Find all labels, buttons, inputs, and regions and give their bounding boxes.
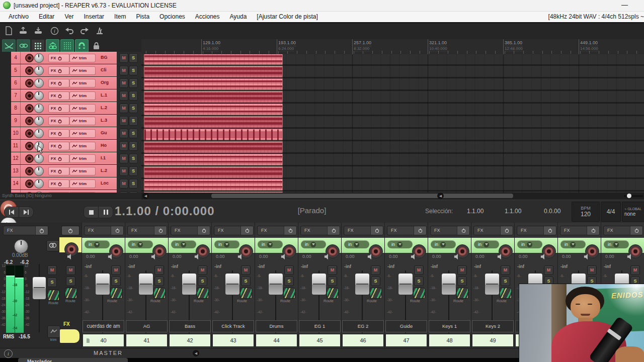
save-project-button[interactable] <box>32 25 45 37</box>
metronome-button[interactable] <box>93 25 106 37</box>
track-row[interactable]: 12FXtrimI.1 <box>11 152 117 165</box>
strip-fx-button[interactable]: FX <box>430 226 470 235</box>
track-fx-power-icon[interactable] <box>57 119 62 124</box>
strip-speaker-icon[interactable] <box>194 253 201 260</box>
master-track-row[interactable]: i MASTER ◀ <box>0 348 519 358</box>
strip-mute-button[interactable]: M <box>241 265 251 275</box>
bpm-box[interactable]: BPM 120 <box>572 202 600 222</box>
strip-fader-handle[interactable] <box>182 273 197 295</box>
timeline-ruler[interactable]: 129.1.004:16.000193.1.006:24.000257.1.00… <box>141 39 644 55</box>
track-volume-knob[interactable] <box>34 91 44 101</box>
track-solo-button[interactable]: S <box>129 166 138 176</box>
strip-pan-value[interactable]: 0.00 <box>129 254 138 259</box>
track-volume-knob[interactable] <box>34 104 44 113</box>
strip-speaker-icon[interactable] <box>107 253 115 260</box>
track-trim-button[interactable]: trim <box>69 154 96 163</box>
strip-fader-handle[interactable] <box>441 273 456 295</box>
track-solo-button[interactable]: S <box>129 66 138 75</box>
strip-pan-value[interactable]: 0.00 <box>216 254 225 259</box>
audio-item[interactable] <box>144 154 283 166</box>
strip-solo-button[interactable]: S <box>198 277 207 286</box>
scroll-center-button[interactable]: ◀ <box>437 193 444 199</box>
media-grouping-button[interactable] <box>31 39 45 52</box>
power-icon[interactable] <box>62 226 79 235</box>
strip-route-button[interactable] <box>153 288 166 299</box>
track-fx-button[interactable]: FX <box>48 167 69 175</box>
mixer-tab[interactable]: Mezclador <box>18 358 128 362</box>
track-mute-button[interactable]: M <box>119 104 128 113</box>
track-record-arm-button[interactable] <box>25 142 34 150</box>
strip-input-button[interactable]: in <box>474 240 499 248</box>
strip-mute-button[interactable]: M <box>414 265 424 275</box>
armed-strip-speaker-icon[interactable] <box>66 253 74 260</box>
track-fx-power-icon[interactable] <box>57 169 62 174</box>
track-mute-button[interactable]: M <box>119 141 128 151</box>
master-pan-knob[interactable] <box>14 239 28 253</box>
strip-route-button[interactable] <box>413 288 425 299</box>
menu-pista[interactable]: Pista <box>131 12 154 22</box>
chevron-down-icon[interactable] <box>94 242 100 247</box>
strip-pan-value[interactable]: 0.00 <box>475 254 485 259</box>
master-solo-button[interactable]: S <box>47 278 57 287</box>
chevron-down-icon[interactable] <box>527 242 532 247</box>
strip-mute-button[interactable]: M <box>501 265 510 275</box>
pause-button[interactable] <box>98 206 113 218</box>
track-trim-button[interactable]: trim <box>69 92 96 100</box>
track-row[interactable]: 13FXtrimL.2 <box>11 165 117 177</box>
track-trim-button[interactable]: trim <box>69 142 96 150</box>
global-automation-box[interactable]: ⌁ GLOBAL none <box>622 202 644 222</box>
track-solo-button[interactable]: S <box>129 104 138 113</box>
strip-mute-button[interactable]: M <box>284 265 294 275</box>
snap-magnet-button[interactable] <box>75 39 89 52</box>
strip-pan-value[interactable]: 0.00 <box>432 254 441 259</box>
new-project-button[interactable] <box>2 25 15 37</box>
strip-input-button[interactable]: in <box>387 240 413 248</box>
strip-input-button[interactable]: in <box>604 240 629 248</box>
strip-input-button[interactable]: in <box>431 240 456 248</box>
track-record-arm-button[interactable] <box>25 129 34 138</box>
track-fx-power-icon[interactable] <box>57 68 62 73</box>
armed-strip-fx-power[interactable] <box>61 226 79 235</box>
strip-fx-power-icon[interactable] <box>543 226 556 235</box>
strip-fx-power-icon[interactable] <box>414 226 426 235</box>
chevron-down-icon[interactable] <box>484 242 489 247</box>
strip-mute-button[interactable]: M <box>154 265 164 275</box>
grid-button[interactable] <box>60 39 74 52</box>
strip-fx-button[interactable]: FX <box>517 226 556 235</box>
strip-mute-button[interactable]: M <box>544 265 553 275</box>
track-trim-button[interactable]: trim <box>69 104 96 113</box>
strip-pan-value[interactable]: 0.00 <box>519 254 528 259</box>
track-mute-button[interactable]: M <box>119 66 128 75</box>
strip-solo-button[interactable]: S <box>371 277 380 286</box>
strip-fx-power-icon[interactable] <box>370 226 383 235</box>
strip-fx-power-icon[interactable] <box>327 226 340 235</box>
track-mute-button[interactable]: M <box>119 179 128 189</box>
track-solo-button[interactable]: S <box>129 192 138 193</box>
track-fx-button[interactable]: FX <box>48 117 69 125</box>
chevron-down-icon[interactable] <box>310 242 316 247</box>
strip-name[interactable]: EG 1 <box>299 320 341 332</box>
menu-archivo[interactable]: Archivo <box>4 12 33 22</box>
strip-route-button[interactable] <box>456 288 468 299</box>
strip-input-button[interactable]: in <box>85 240 110 248</box>
strip-fx-button[interactable]: FX <box>473 226 513 235</box>
audio-item[interactable] <box>144 179 283 191</box>
strip-route-button[interactable] <box>500 288 512 299</box>
track-mute-button[interactable]: M <box>119 91 128 101</box>
audio-item[interactable] <box>144 78 283 90</box>
undo-button[interactable] <box>63 25 76 37</box>
fx-slot[interactable] <box>60 329 79 343</box>
track-record-arm-button[interactable] <box>25 54 34 62</box>
track-fx-power-icon[interactable] <box>57 131 62 136</box>
strip-pan-value[interactable]: 0.00 <box>605 254 614 259</box>
track-trim-button[interactable]: trim <box>69 179 96 188</box>
master-fader-handle[interactable] <box>32 277 46 300</box>
track-record-arm-button[interactable] <box>25 92 34 100</box>
strip-route-button[interactable] <box>327 288 339 299</box>
track-fx-button[interactable]: FX <box>48 66 69 75</box>
chevron-down-icon[interactable] <box>267 242 273 247</box>
strip-name[interactable]: Drums <box>256 320 297 332</box>
strip-input-button[interactable]: in <box>301 240 326 248</box>
track-row[interactable]: 14FXtrimLoc <box>11 177 117 190</box>
selection-end[interactable]: 1.1.00 <box>505 208 521 215</box>
